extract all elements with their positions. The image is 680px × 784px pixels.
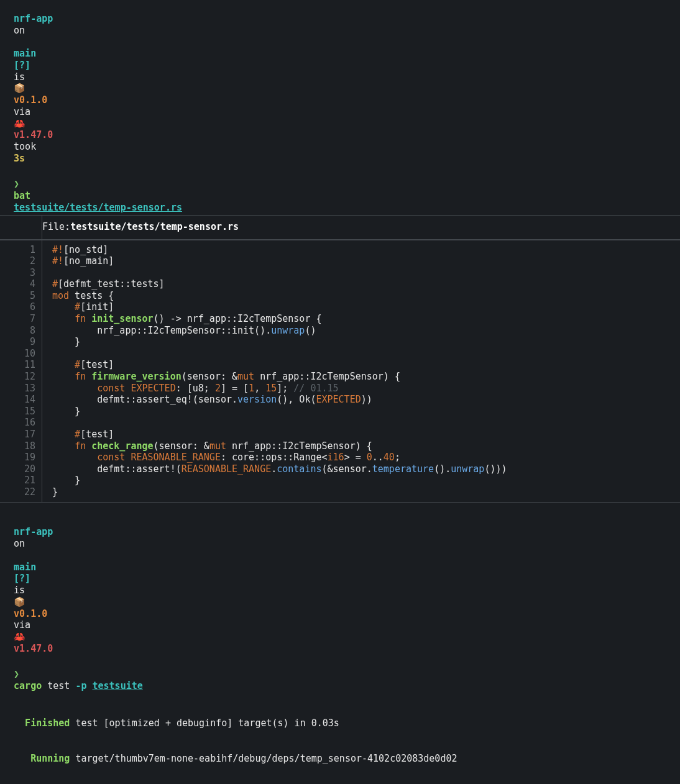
line-number: 22 xyxy=(0,486,35,498)
line-number: 3 xyxy=(0,267,35,279)
line-number: 6 xyxy=(0,301,35,313)
shell-prompt-1: nrf-app on main [?] is 📦 v0.1.0 via 🦀 v1… xyxy=(0,0,680,166)
shell-prompt-2: nrf-app on main [?] is 📦 v0.1.0 via 🦀 v1… xyxy=(0,514,680,656)
line-number: 10 xyxy=(0,348,35,360)
line-number: 13 xyxy=(0,383,35,394)
line-number: 8 xyxy=(0,325,35,337)
vcs-status: [?] xyxy=(14,573,30,584)
line-number: 1 xyxy=(0,244,35,256)
line-number: 15 xyxy=(0,406,35,417)
cmd-flag: -p xyxy=(75,680,86,691)
status-running: Running xyxy=(2,753,70,764)
line-number: 21 xyxy=(0,475,35,486)
pkg-version: v0.1.0 xyxy=(14,94,47,106)
line-number: 19 xyxy=(0,452,35,463)
bat-header-row: File: testsuite/tests/temp-sensor.rs xyxy=(0,215,680,240)
sep: via xyxy=(14,106,30,117)
line-number: 9 xyxy=(0,336,35,348)
line-number: 4 xyxy=(0,278,35,290)
branch: main xyxy=(14,48,36,59)
file-label: File: xyxy=(42,221,70,233)
sep: is xyxy=(14,71,25,83)
line-number: 2 xyxy=(0,255,35,267)
source-code[interactable]: #![no_std] #![no_main] #[defmt_test::tes… xyxy=(42,240,680,502)
prompt-chevron-icon: ❯ xyxy=(14,178,19,189)
cmd-binary: bat xyxy=(14,190,30,201)
status-finished: Finished xyxy=(2,718,70,729)
sep: on xyxy=(14,25,25,36)
line-number: 16 xyxy=(0,417,35,429)
rust-version: v1.47.0 xyxy=(14,129,53,140)
prompt-chevron-icon: ❯ xyxy=(14,668,19,680)
package-icon: 📦 xyxy=(14,83,25,94)
line-number: 5 xyxy=(0,290,35,302)
pkg-version: v0.1.0 xyxy=(14,608,47,619)
cmd-arg: testsuite xyxy=(93,680,143,691)
bat-code-body: 1 2 3 4 5 6 7 8 9 10 11 12 13 14 15 16 1… xyxy=(0,240,680,503)
line-number-gutter: 1 2 3 4 5 6 7 8 9 10 11 12 13 14 15 16 1… xyxy=(0,240,42,502)
line-number: 20 xyxy=(0,463,35,475)
line-number: 11 xyxy=(0,359,35,371)
file-path: testsuite/tests/temp-sensor.rs xyxy=(70,221,239,233)
vcs-status: [?] xyxy=(14,60,30,71)
cargo-output: Finished test [optimized + debuginfo] ta… xyxy=(0,693,680,784)
line-number: 14 xyxy=(0,394,35,406)
rust-icon: 🦀 xyxy=(14,118,25,129)
command-line-1[interactable]: ❯ bat testsuite/tests/temp-sensor.rs xyxy=(0,166,680,215)
line-number: 17 xyxy=(0,429,35,440)
cmd-arg-path: testsuite/tests/temp-sensor.rs xyxy=(14,202,182,213)
sep: took xyxy=(14,141,36,152)
branch: main xyxy=(14,562,36,573)
cmd-binary: cargo xyxy=(14,680,42,691)
duration: 3s xyxy=(14,153,25,164)
line-number: 18 xyxy=(0,440,35,452)
line-number: 7 xyxy=(0,313,35,325)
rust-icon: 🦀 xyxy=(14,631,25,642)
line-number: 12 xyxy=(0,371,35,383)
command-line-2[interactable]: ❯ cargo test -p testsuite xyxy=(0,656,680,693)
package-icon: 📦 xyxy=(14,596,25,608)
cwd: nrf-app xyxy=(14,526,53,537)
rust-version: v1.47.0 xyxy=(14,643,53,654)
cwd: nrf-app xyxy=(14,13,53,24)
